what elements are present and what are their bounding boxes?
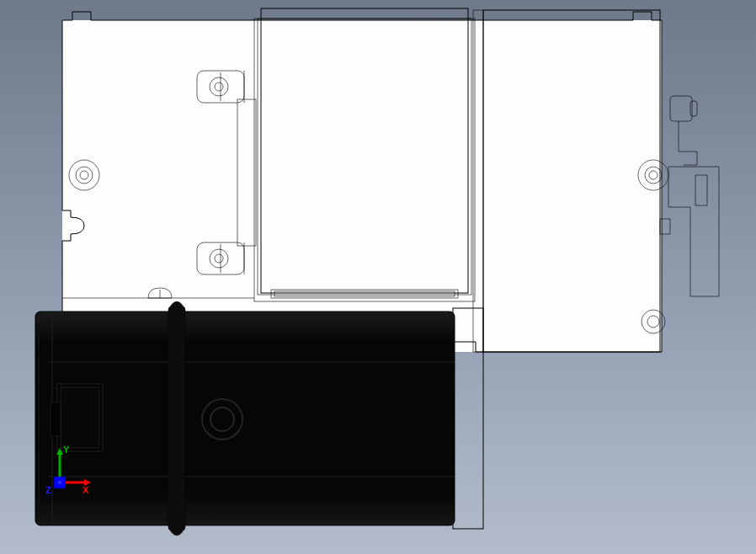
- axis-z-label: Z: [45, 485, 51, 495]
- svg-marker-44: [56, 448, 63, 455]
- main-plate: [62, 12, 670, 352]
- motor-assembly: [35, 301, 483, 535]
- cad-viewport[interactable]: Y X Z: [0, 0, 756, 554]
- svg-rect-39: [61, 387, 99, 448]
- svg-rect-11: [695, 175, 707, 205]
- model-canvas: [0, 0, 756, 554]
- motor-clamp: [168, 301, 185, 535]
- svg-rect-36: [168, 306, 185, 530]
- svg-rect-0: [62, 20, 662, 352]
- axis-z: [58, 481, 61, 484]
- wire-arm: [679, 121, 697, 165]
- svg-rect-10: [690, 101, 697, 116]
- axis-x-label: X: [83, 485, 88, 495]
- svg-rect-9: [670, 96, 692, 121]
- motor-terminal-box: [51, 384, 103, 451]
- svg-rect-40: [51, 402, 61, 436]
- axis-y-label: Y: [63, 445, 69, 455]
- side-bracket: [668, 167, 719, 296]
- connector-boss: [670, 96, 697, 121]
- orientation-triad[interactable]: Y X Z: [42, 448, 93, 498]
